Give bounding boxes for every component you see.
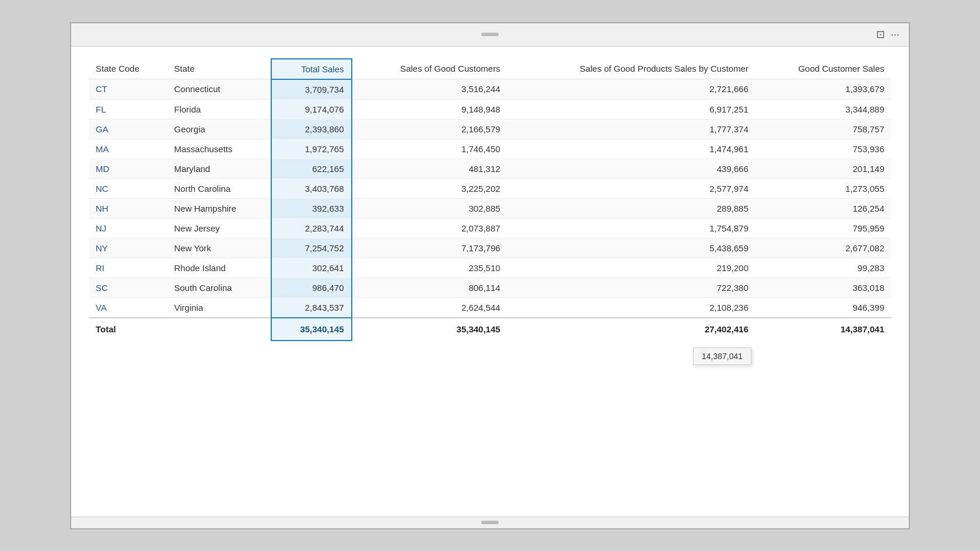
table-container: State Code State Total Sales Sales of Go… <box>71 47 909 517</box>
cell-state-code: CT <box>89 79 167 100</box>
cell-good-customer-sales: 1,273,055 <box>755 178 891 198</box>
cell-state-code: FL <box>89 99 167 119</box>
cell-state-code: GA <box>89 119 167 139</box>
cell-sales-good-products: 439,666 <box>508 159 755 178</box>
table-header-row: State Code State Total Sales Sales of Go… <box>89 59 891 79</box>
cell-sales-good-customers: 3,225,202 <box>352 178 508 198</box>
cell-total-sales: 392,633 <box>271 198 351 218</box>
cell-sales-good-products: 1,474,961 <box>508 139 755 159</box>
sales-table: State Code State Total Sales Sales of Go… <box>89 58 891 341</box>
window-controls: ⊡ ··· <box>876 28 900 41</box>
cell-good-customer-sales: 753,936 <box>755 139 891 159</box>
tooltip: 14,387,041 <box>693 348 751 365</box>
cell-state-code: RI <box>89 258 167 278</box>
cell-total-sales: 7,254,752 <box>271 238 351 258</box>
main-window: ⊡ ··· State Code State Total Sales Sales… <box>70 22 910 529</box>
cell-total-sales: 3,403,768 <box>271 178 351 198</box>
cell-total-sales: 1,972,765 <box>271 139 351 159</box>
cell-sales-good-customers: 3,516,244 <box>352 79 508 100</box>
cell-sales-good-customers: 806,114 <box>352 278 508 297</box>
table-row: FLFlorida9,174,0769,148,9486,917,2513,34… <box>89 99 891 119</box>
col-total-sales[interactable]: Total Sales <box>271 59 351 79</box>
col-state-code[interactable]: State Code <box>89 59 167 79</box>
cell-sales-good-products: 722,380 <box>508 278 755 297</box>
cell-sales-good-customers: 2,166,579 <box>352 119 508 139</box>
cell-total-sales: 302,641 <box>271 258 351 278</box>
cell-sales-good-customers: 302,885 <box>352 198 508 218</box>
cell-total-sales: 3,709,734 <box>271 79 351 100</box>
table-row: RIRhode Island302,641235,510219,20099,28… <box>89 258 891 278</box>
cell-state: New Jersey <box>167 218 271 238</box>
col-state[interactable]: State <box>167 59 271 79</box>
cell-sales-good-products: 219,200 <box>508 258 755 278</box>
cell-state-code: MD <box>89 159 167 178</box>
cell-good-customer-sales: 126,254 <box>755 198 891 218</box>
cell-state-code: MA <box>89 139 167 159</box>
more-options-icon[interactable]: ··· <box>891 29 900 41</box>
table-body: CTConnecticut3,709,7343,516,2442,721,666… <box>89 79 891 318</box>
cell-total-sales: 986,470 <box>271 278 351 297</box>
table-row: NCNorth Carolina3,403,7683,225,2022,577,… <box>89 178 891 198</box>
cell-sales-good-products: 2,721,666 <box>508 79 755 100</box>
total-good-customer-sales: 14,387,041 <box>755 318 891 341</box>
tooltip-value: 14,387,041 <box>702 352 743 361</box>
total-total-sales: 35,340,145 <box>271 318 351 341</box>
cell-state: Virginia <box>167 297 271 318</box>
cell-good-customer-sales: 1,393,679 <box>755 79 891 100</box>
cell-state: Rhode Island <box>167 258 271 278</box>
cell-sales-good-products: 1,777,374 <box>508 119 755 139</box>
cell-state-code: NC <box>89 178 167 198</box>
table-row: MAMassachusetts1,972,7651,746,4501,474,9… <box>89 139 891 159</box>
total-state-empty <box>167 318 271 341</box>
cell-total-sales: 622,165 <box>271 159 351 178</box>
cell-good-customer-sales: 2,677,082 <box>755 238 891 258</box>
cell-state-code: NH <box>89 198 167 218</box>
cell-state-code: VA <box>89 297 167 318</box>
cell-good-customer-sales: 795,959 <box>755 218 891 238</box>
table-footer: Total 35,340,145 35,340,145 27,402,416 1… <box>89 318 891 341</box>
table-row: VAVirginia2,843,5372,624,5442,108,236946… <box>89 297 891 318</box>
table-row: SCSouth Carolina986,470806,114722,380363… <box>89 278 891 297</box>
cell-sales-good-customers: 2,624,544 <box>352 297 508 318</box>
cell-state: South Carolina <box>167 278 271 297</box>
cell-sales-good-products: 2,577,974 <box>508 178 755 198</box>
cell-state: New York <box>167 238 271 258</box>
totals-row: Total 35,340,145 35,340,145 27,402,416 1… <box>89 318 891 341</box>
bottom-grip[interactable] <box>481 521 499 524</box>
cell-sales-good-products: 6,917,251 <box>508 99 755 119</box>
expand-icon[interactable]: ⊡ <box>876 28 885 41</box>
top-grip[interactable] <box>481 33 499 36</box>
cell-total-sales: 2,843,537 <box>271 297 351 318</box>
cell-sales-good-customers: 235,510 <box>352 258 508 278</box>
cell-state: Georgia <box>167 119 271 139</box>
cell-state: Massachusetts <box>167 139 271 159</box>
cell-state: New Hampshire <box>167 198 271 218</box>
cell-sales-good-products: 2,108,236 <box>508 297 755 318</box>
cell-sales-good-customers: 9,148,948 <box>352 99 508 119</box>
bottom-bar <box>71 517 909 528</box>
cell-good-customer-sales: 946,399 <box>755 297 891 318</box>
cell-good-customer-sales: 3,344,889 <box>755 99 891 119</box>
cell-state: Connecticut <box>167 79 271 100</box>
cell-total-sales: 2,283,744 <box>271 218 351 238</box>
cell-state: Maryland <box>167 159 271 178</box>
cell-sales-good-customers: 1,746,450 <box>352 139 508 159</box>
cell-good-customer-sales: 758,757 <box>755 119 891 139</box>
table-row: NJNew Jersey2,283,7442,073,8871,754,8797… <box>89 218 891 238</box>
table-row: GAGeorgia2,393,8602,166,5791,777,374758,… <box>89 119 891 139</box>
cell-state-code: SC <box>89 278 167 297</box>
cell-sales-good-customers: 7,173,796 <box>352 238 508 258</box>
table-row: CTConnecticut3,709,7343,516,2442,721,666… <box>89 79 891 100</box>
cell-sales-good-products: 1,754,879 <box>508 218 755 238</box>
col-good-customer-sales[interactable]: Good Customer Sales <box>755 59 891 79</box>
table-row: NHNew Hampshire392,633302,885289,885126,… <box>89 198 891 218</box>
cell-sales-good-customers: 2,073,887 <box>352 218 508 238</box>
table-row: NYNew York7,254,7527,173,7965,438,6592,6… <box>89 238 891 258</box>
total-good-products: 27,402,416 <box>508 318 755 341</box>
cell-total-sales: 2,393,860 <box>271 119 351 139</box>
cell-sales-good-customers: 481,312 <box>352 159 508 178</box>
cell-sales-good-products: 289,885 <box>508 198 755 218</box>
col-sales-good-customers[interactable]: Sales of Good Customers <box>352 59 508 79</box>
cell-state: Florida <box>167 99 271 119</box>
col-sales-good-products[interactable]: Sales of Good Products Sales by Customer <box>508 59 755 79</box>
